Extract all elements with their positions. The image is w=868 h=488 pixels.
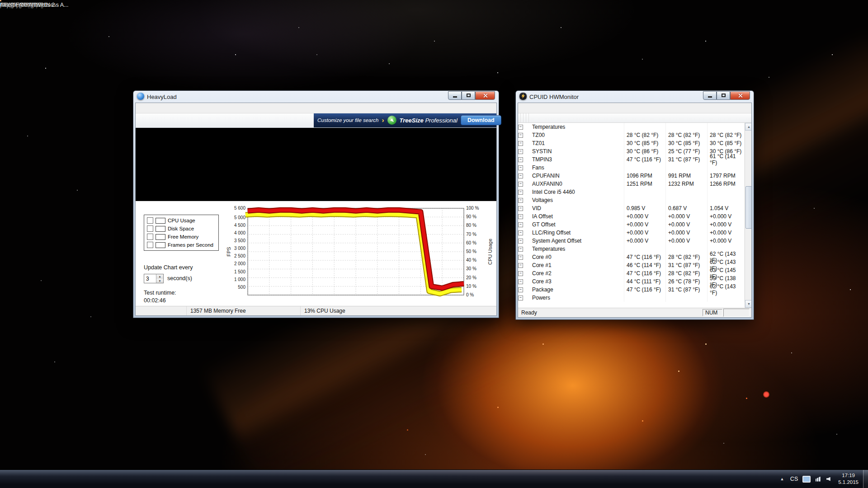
legend-checkbox[interactable] bbox=[147, 242, 153, 248]
spinner-down-icon[interactable] bbox=[156, 279, 163, 283]
legend-checkbox[interactable] bbox=[147, 225, 153, 232]
tree-expand-toggle[interactable] bbox=[518, 182, 523, 187]
taskbar-button[interactable] bbox=[141, 470, 165, 488]
taskbar-clock[interactable]: 17:19 5.1.2015 bbox=[834, 472, 863, 486]
heavyload-titlebar[interactable]: HeavyLoad bbox=[135, 91, 497, 103]
table-row[interactable]: System Agent Offset +0.000 V +0.000 V +0… bbox=[518, 237, 745, 245]
table-row[interactable]: GT Offset +0.000 V +0.000 V +0.000 V bbox=[518, 221, 745, 229]
tree-expand-toggle[interactable] bbox=[518, 198, 523, 203]
close-button[interactable] bbox=[475, 91, 495, 100]
minimize-button[interactable] bbox=[703, 91, 717, 100]
table-row[interactable]: CPUFANIN 1096 RPM 991 RPM 1797 RPM bbox=[518, 172, 745, 180]
column-header[interactable] bbox=[526, 113, 529, 122]
menu-item[interactable] bbox=[151, 107, 158, 109]
toolbar-button[interactable] bbox=[255, 114, 267, 126]
update-interval-spinner[interactable]: 3 bbox=[144, 274, 164, 283]
taskbar-button[interactable] bbox=[165, 470, 188, 488]
taskbar-button[interactable] bbox=[24, 470, 47, 488]
tree-expand-toggle[interactable] bbox=[518, 214, 523, 219]
table-row[interactable]: Powers bbox=[518, 294, 745, 302]
spinner-value[interactable]: 3 bbox=[144, 274, 156, 283]
toolbar-button[interactable] bbox=[241, 114, 252, 126]
table-row[interactable]: TZ01 30 °C (85 °F) 30 °C (85 °F) 30 °C (… bbox=[518, 139, 745, 147]
table-row[interactable]: TZ00 28 °C (82 °F) 28 °C (82 °F) 28 °C (… bbox=[518, 131, 745, 139]
menu-item[interactable] bbox=[541, 107, 548, 109]
svg-text:2 500: 2 500 bbox=[234, 254, 245, 259]
spinner-up-icon[interactable] bbox=[156, 274, 163, 279]
table-row[interactable]: Voltages bbox=[518, 196, 745, 204]
menu-item[interactable] bbox=[137, 107, 144, 109]
legend-checkbox[interactable] bbox=[147, 234, 153, 240]
sensor-group-icon bbox=[525, 271, 530, 276]
network-icon bbox=[815, 477, 821, 482]
tree-expand-toggle[interactable] bbox=[518, 239, 523, 244]
table-row[interactable]: IA Offset +0.000 V +0.000 V +0.000 V bbox=[518, 212, 745, 221]
language-indicator[interactable]: CS bbox=[787, 476, 801, 482]
close-button[interactable] bbox=[730, 91, 750, 100]
display-tray-icon[interactable] bbox=[802, 474, 811, 483]
tree-expand-toggle[interactable] bbox=[518, 190, 523, 195]
taskbar-button[interactable] bbox=[0, 470, 24, 488]
menu-item[interactable] bbox=[144, 107, 151, 109]
toolbar-button[interactable] bbox=[197, 114, 209, 126]
maximize-button[interactable] bbox=[717, 91, 730, 100]
vertical-scrollbar[interactable] bbox=[745, 123, 751, 308]
volume-tray-icon[interactable] bbox=[824, 474, 833, 483]
table-row[interactable]: Fans bbox=[518, 164, 745, 172]
scrollbar-thumb[interactable] bbox=[745, 186, 751, 229]
tree-expand-toggle[interactable] bbox=[518, 125, 523, 130]
taskbar-button[interactable] bbox=[71, 470, 94, 488]
hwmonitor-titlebar[interactable]: CPUID HWMonitor bbox=[518, 91, 752, 103]
table-row[interactable]: LLC/Ring Offset +0.000 V +0.000 V +0.000… bbox=[518, 229, 745, 237]
table-row[interactable]: Package 47 °C (116 °F) 31 °C (87 °F) 62 … bbox=[518, 286, 745, 294]
desktop-icon[interactable]: Avast Free Antivirus bbox=[0, 0, 50, 8]
scroll-down-icon[interactable] bbox=[745, 300, 751, 308]
tree-expand-toggle[interactable] bbox=[518, 230, 523, 235]
tree-expand-toggle[interactable] bbox=[518, 133, 523, 138]
toolbar-button[interactable] bbox=[183, 114, 194, 126]
sensor-max bbox=[708, 196, 745, 204]
menu-item[interactable] bbox=[526, 107, 533, 109]
tree-expand-toggle[interactable] bbox=[518, 296, 523, 300]
table-row[interactable]: TMPIN3 47 °C (116 °F) 31 °C (87 °F) 61 °… bbox=[518, 155, 745, 164]
table-row[interactable]: AUXFANIN0 1251 RPM 1232 RPM 1266 RPM bbox=[518, 180, 745, 188]
menu-item[interactable] bbox=[533, 107, 541, 109]
taskbar-button[interactable] bbox=[94, 470, 118, 488]
show-desktop-button[interactable] bbox=[863, 470, 868, 488]
toolbar-button[interactable] bbox=[168, 114, 180, 126]
menu-item[interactable] bbox=[158, 107, 165, 109]
tree-expand-toggle[interactable] bbox=[518, 287, 523, 292]
toolbar-button[interactable] bbox=[139, 114, 151, 126]
tree-expand-toggle[interactable] bbox=[518, 263, 523, 268]
download-button[interactable]: Download bbox=[461, 115, 501, 125]
sensor-value: +0.000 V bbox=[624, 237, 666, 245]
menu-item[interactable] bbox=[519, 107, 526, 109]
network-tray-icon[interactable] bbox=[813, 474, 822, 483]
tree-expand-toggle[interactable] bbox=[518, 206, 523, 211]
taskbar-button[interactable] bbox=[118, 470, 141, 488]
tree-expand-toggle[interactable] bbox=[518, 165, 523, 170]
legend-checkbox[interactable] bbox=[147, 217, 153, 224]
taskbar-button[interactable] bbox=[47, 470, 71, 488]
toolbar-button[interactable] bbox=[154, 114, 165, 126]
tree-expand-toggle[interactable] bbox=[518, 222, 523, 227]
minimize-button[interactable] bbox=[448, 91, 462, 100]
maximize-button[interactable] bbox=[462, 91, 475, 100]
table-row[interactable]: Intel Core i5 4460 bbox=[518, 188, 745, 196]
table-row[interactable]: Temperatures bbox=[518, 123, 745, 131]
toolbar-button[interactable] bbox=[226, 114, 238, 126]
tree-expand-toggle[interactable] bbox=[518, 149, 523, 154]
tree-expand-toggle[interactable] bbox=[518, 174, 523, 178]
tree-expand-toggle[interactable] bbox=[518, 141, 523, 146]
table-row[interactable]: VID 0.985 V 0.687 V 1.054 V bbox=[518, 204, 745, 212]
toolbar-button[interactable] bbox=[212, 114, 223, 126]
tree-expand-toggle[interactable] bbox=[518, 157, 523, 162]
scroll-up-icon[interactable] bbox=[745, 123, 751, 131]
tree-expand-toggle[interactable] bbox=[518, 255, 523, 260]
sensor-group-icon bbox=[525, 132, 530, 138]
hidden-icons-arrow[interactable] bbox=[777, 477, 787, 481]
tree-expand-toggle[interactable] bbox=[518, 271, 523, 276]
maximize-icon bbox=[467, 94, 471, 97]
tree-expand-toggle[interactable] bbox=[518, 279, 523, 284]
tree-expand-toggle[interactable] bbox=[518, 247, 523, 252]
